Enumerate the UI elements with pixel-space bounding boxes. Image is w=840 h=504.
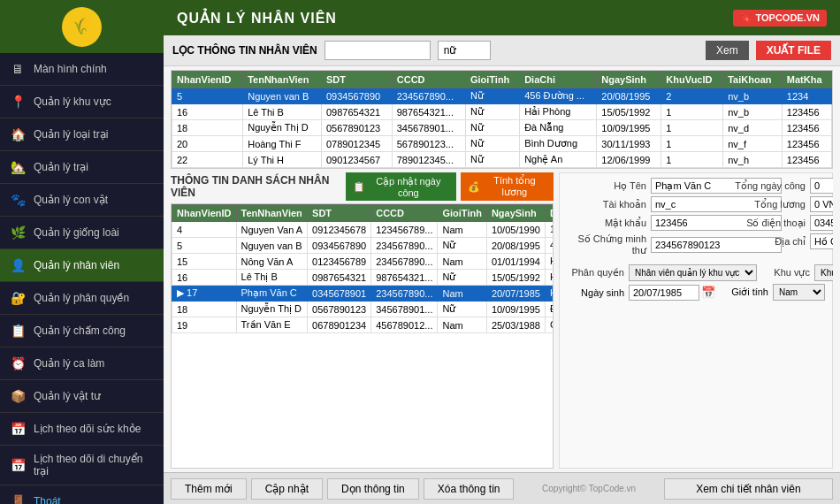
filter-table-cell: 1234 <box>782 88 831 104</box>
gioi-tinh-select[interactable]: Nam Nữ <box>773 284 825 301</box>
employee-table-cell: Cần Thơ <box>545 317 554 333</box>
cap-nhat-button[interactable]: Cập nhật <box>251 478 323 500</box>
them-moi-button[interactable]: Thêm mới <box>171 478 247 500</box>
sidebar-logo: 🌾 <box>0 0 164 53</box>
xuat-file-button[interactable]: XUẤT FILE <box>756 41 831 60</box>
employee-table-cell: Nữ <box>438 238 486 254</box>
employee-table-row[interactable]: ▶ 17Phạm Văn C0345678901234567890...Nam2… <box>172 286 554 302</box>
sidebar-item-quan-ly-trai[interactable]: 🏡 Quản lý trại <box>0 151 164 184</box>
cap-nhat-ngay-cong-button[interactable]: 📋 Cập nhật ngày công <box>346 172 456 201</box>
form-right-col: Tổng ngày công Tổng lương Số điện thoại <box>726 178 833 260</box>
don-thong-tin-button[interactable]: Dọn thông tin <box>327 478 419 500</box>
employee-table: NhanVienID TenNhanVien SDT CCCD GioiTinh… <box>172 204 554 333</box>
employee-table-row[interactable]: 18Nguyễn Thị D0567890123345678901...Nữ10… <box>172 302 554 317</box>
xoa-thong-tin-button[interactable]: Xóa thông tin <box>424 478 515 500</box>
filter-table-row[interactable]: 5Nguyen van B0934567890234567890...Nữ456… <box>172 88 832 104</box>
sidebar-item-quan-ly-khu-vuc[interactable]: 📍 Quản lý khu vực <box>0 86 164 118</box>
tinh-tong-luong-button[interactable]: 💰 Tính tổng lương <box>461 172 554 201</box>
farm-icon: 🏡 <box>9 158 27 176</box>
tong-ngay-cong-input[interactable] <box>810 178 833 194</box>
sidebar-item-quan-ly-con-vat[interactable]: 🐾 Quản lý con vật <box>0 184 164 217</box>
sidebar-item-quan-ly-nhan-vien[interactable]: 👤 Quản lý nhân viên <box>0 249 164 282</box>
filter-table-cell: 0567890123 <box>321 120 392 136</box>
form-row-mat-khau: Mật khẩu <box>567 215 722 231</box>
detail-form: Họ Tên Tài khoản Mật khẩu <box>559 172 833 469</box>
filter-table-cell: 1 <box>661 104 723 120</box>
employee-table-cell: 0345678901 <box>308 286 371 302</box>
khu-vuc-select[interactable]: Khu A <box>814 264 833 281</box>
filter-table-cell: 123456 <box>782 152 831 168</box>
employee-table-row[interactable]: 4Nguyen Van A0912345678123456789...Nam10… <box>172 222 554 238</box>
clock-icon: ⏰ <box>9 355 27 372</box>
sidebar-item-quan-ly-phan-quyen[interactable]: 🔐 Quản lý phân quyền <box>0 282 164 315</box>
employee-table-cell: 0678901234 <box>308 317 371 333</box>
employee-table-row[interactable]: 19Trần Văn E0678901234456789012...Nam25/… <box>172 317 554 333</box>
employee-table-row[interactable]: 15Nông Văn A0123456789234567890...Nam01/… <box>172 254 554 270</box>
sidebar-item-quan-ly-vat-tu[interactable]: 📦 Quản lý vật tư <box>0 380 164 413</box>
filter-table-row[interactable]: 22Lý Thi H0901234567789012345...NữNghệ A… <box>172 152 832 168</box>
emp-col-dc: DiaChi <box>545 205 554 222</box>
employee-table-cell: Nam <box>438 317 486 333</box>
phan-quyen-select[interactable]: Nhân viên quản lý khu vực <box>629 264 757 281</box>
clipboard-icon: 📋 <box>9 322 27 340</box>
filter-input[interactable] <box>325 41 431 60</box>
filter-table-cell: 567890123... <box>392 136 465 152</box>
filter-table-row[interactable]: 20Hoàng Thi F0789012345567890123...NữBìn… <box>172 136 832 152</box>
ngay-sinh-input[interactable] <box>629 285 699 301</box>
employee-table-cell: 234567890... <box>371 286 438 302</box>
sidebar-item-thoat[interactable]: 🚪 Thoát <box>0 485 164 504</box>
employee-table-cell: Hồ Chí Minh <box>545 286 554 302</box>
filter-table-cell: 123456 <box>782 120 831 136</box>
employee-table-cell: 15/05/1992 <box>486 270 545 286</box>
tong-luong-input[interactable] <box>810 196 833 212</box>
employee-table-cell: 0123456789 <box>308 254 371 270</box>
emp-col-ten: TenNhanVien <box>236 205 308 222</box>
sidebar-item-quan-ly-cham-cong[interactable]: 📋 Quản lý chấm công <box>0 315 164 347</box>
sdt-input[interactable] <box>810 215 833 231</box>
filter-table-row[interactable]: 16Lê Thi B0987654321987654321...NữHải Ph… <box>172 104 832 120</box>
employee-table-cell: 10/05/1990 <box>486 222 545 238</box>
filter-table-cell: Hoàng Thi F <box>243 136 322 152</box>
employee-list-buttons: 📋 Cập nhật ngày công 💰 Tính tổng lương <box>346 172 554 201</box>
employee-table-cell: 0987654321 <box>308 270 371 286</box>
filter-section: LỌC THÔNG TIN NHÂN VIÊN Xem XUẤT FILE <box>164 35 840 66</box>
dia-chi-input[interactable] <box>810 233 833 249</box>
employee-table-cell: 123 Đường ... <box>545 222 554 238</box>
employee-table-row[interactable]: 5Nguyen van B0934567890234567890...Nữ20/… <box>172 238 554 254</box>
col-matkha: MatKha <box>782 72 831 88</box>
sidebar-item-quan-ly-loai-trai[interactable]: 🏠 Quản lý loại trại <box>0 118 164 151</box>
logout-icon: 🚪 <box>9 493 27 504</box>
filter-table-cell: Bình Dương <box>520 136 597 152</box>
filter-table-cell: 0789012345 <box>321 136 392 152</box>
user-icon: 👤 <box>9 256 27 274</box>
col-tennhanvien: TenNhanVien <box>243 72 322 88</box>
cap-nhat-icon: 📋 <box>353 181 365 193</box>
sidebar-item-man-hinh-chinh[interactable]: 🖥 Màn hình chính <box>0 53 164 86</box>
sidebar-item-lich-theo-doi-suc-khoe[interactable]: 📅 Lịch theo dõi sức khỏe <box>0 413 164 446</box>
filter-table-cell: 2 <box>661 88 723 104</box>
calendar-icon[interactable]: 📅 <box>701 286 715 299</box>
xem-chi-tiet-button[interactable]: Xem chi tiết nhân viên <box>664 478 833 500</box>
form-row-dia-chi: Địa chỉ <box>726 233 833 249</box>
employee-table-row[interactable]: 16Lê Thị B0987654321987654321...Nữ15/05/… <box>172 270 554 286</box>
col-ngaysinh: NgaySinh <box>597 72 661 88</box>
page-title: QUẢN LÝ NHÂN VIÊN <box>177 10 337 27</box>
topcode-icon: 🔖 <box>740 12 752 24</box>
employee-table-cell: Nam <box>438 222 486 238</box>
paw-icon: 🐾 <box>9 191 27 209</box>
filter-table-cell: 0987654321 <box>321 104 392 120</box>
xem-button[interactable]: Xem <box>706 41 749 60</box>
filter-table-row[interactable]: 18Nguyễn Thị D0567890123345678901...NữĐà… <box>172 120 832 136</box>
sidebar-item-quan-ly-giong-loai[interactable]: 🌿 Quản lý giống loài <box>0 217 164 249</box>
sidebar-item-lich-theo-doi-di-chuyen-trai[interactable]: 📅 Lịch theo dõi di chuyển trại <box>0 446 164 485</box>
filter-noi-input[interactable] <box>438 41 491 60</box>
employee-table-cell: Lê Thị B <box>236 270 308 286</box>
col-taikhoan: TaiKhoan <box>723 72 783 88</box>
filter-table-cell: 123456 <box>782 104 831 120</box>
sidebar-item-quan-ly-ca-lam[interactable]: ⏰ Quản lý ca làm <box>0 347 164 380</box>
topcode-logo: 🔖 TOPCODE.VN <box>733 10 827 27</box>
bottom-section: THÔNG TIN DANH SÁCH NHÂN VIÊN 📋 Cập nhật… <box>171 172 833 469</box>
col-cccd: CCCD <box>392 72 465 88</box>
employee-table-cell: 20/07/1985 <box>486 286 545 302</box>
filter-table-cell: Nữ <box>465 152 519 168</box>
